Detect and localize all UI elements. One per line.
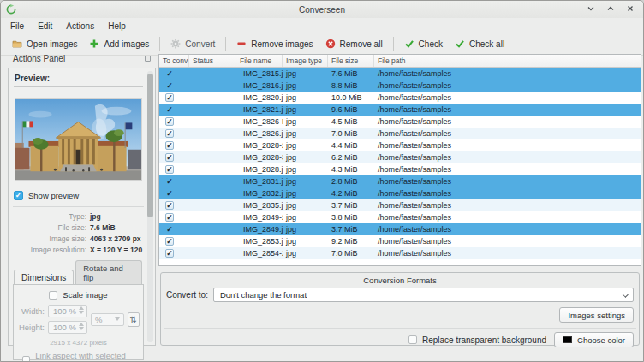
divider [13, 206, 144, 207]
cell-image-type: jpg [283, 213, 328, 222]
table-row[interactable]: ✓ IMG_2821.jpg jpg 9.6 MiB /home/faster/… [159, 104, 641, 116]
column-file-name[interactable]: File name [236, 55, 283, 67]
row-checkbox[interactable]: ✓ [165, 153, 174, 162]
height-stepper[interactable]: 100 % [48, 321, 87, 334]
check-label: Check [419, 39, 443, 49]
menu-help[interactable]: Help [102, 20, 132, 33]
table-row[interactable]: ✓ IMG_2832.jpg jpg 4.2 MiB /home/faster/… [159, 187, 641, 199]
column-file-path[interactable]: File path [374, 55, 641, 67]
row-checkbox[interactable]: ✓ [165, 129, 174, 138]
choose-color-button[interactable]: Choose color [554, 332, 634, 347]
row-checkbox[interactable]: ✓ [165, 237, 174, 246]
minimize-icon[interactable] [586, 3, 595, 13]
row-checkbox[interactable]: ✓ [165, 81, 174, 90]
cell-file-name: IMG_2832.jpg [236, 189, 283, 198]
row-checkbox[interactable]: ✓ [165, 69, 174, 78]
scrollbar-thumb[interactable] [147, 74, 153, 217]
open-images-button[interactable]: Open images [6, 36, 83, 51]
table-row[interactable]: ✓ IMG_2854-2.jpg jpg 7.0 MiB /home/faste… [159, 247, 641, 259]
file-table: To convert Status File name Image type F… [158, 54, 641, 266]
width-stepper[interactable]: 100 % [48, 305, 87, 317]
link-aspect-checkbox[interactable]: Link aspect with selected image [17, 351, 140, 362]
tab-rotate-and-flip[interactable]: Rotate and flip [75, 260, 142, 285]
column-to-convert[interactable]: To convert [159, 55, 189, 67]
unit-select[interactable]: % [91, 313, 124, 326]
cell-image-type: jpg [283, 237, 328, 246]
column-file-size[interactable]: File size [328, 55, 374, 67]
table-body: ✓ IMG_2815.jpg jpg 7.6 MiB /home/faster/… [159, 68, 641, 259]
dimensions-tab-content: Scale image Width: 100 % [13, 284, 144, 360]
table-row[interactable]: ✓ IMG_2815.jpg jpg 7.6 MiB /home/faster/… [159, 68, 641, 80]
show-preview-label: Show preview [28, 191, 79, 200]
row-checkbox[interactable]: ✓ [165, 141, 174, 150]
check-button[interactable]: Check [398, 36, 449, 51]
table-row[interactable]: ✓ IMG_2826.jpg jpg 7.0 MiB /home/faster/… [159, 128, 641, 139]
table-row[interactable]: ✓ IMG_2849-2.jpg jpg 3.8 MiB /home/faste… [159, 211, 641, 223]
table-row[interactable]: ✓ IMG_2853.jpg jpg 9.2 MiB /home/faster/… [159, 235, 641, 247]
table-row[interactable]: ✓ IMG_2828-3.jpg jpg 6.2 MiB /home/faste… [159, 151, 641, 163]
row-checkbox[interactable]: ✓ [165, 189, 174, 198]
table-row[interactable]: ✓ IMG_2835.jpg jpg 3.7 MiB /home/faster/… [159, 199, 641, 211]
maximize-icon[interactable] [605, 3, 615, 13]
cell-file-size: 3.8 MiB [328, 213, 374, 222]
tab-dimensions[interactable]: Dimensions [14, 270, 74, 285]
column-status[interactable]: Status [189, 55, 236, 67]
cell-image-type: jpg [283, 117, 328, 126]
checkbox-checked-icon: ✓ [14, 191, 23, 200]
cell-file-size: 3.7 MiB [328, 201, 374, 210]
show-preview-checkbox[interactable]: ✓ Show preview [14, 191, 143, 200]
row-checkbox[interactable]: ✓ [165, 177, 174, 186]
cell-file-size: 10.0 MiB [328, 93, 374, 102]
cell-image-type: jpg [283, 177, 328, 186]
check-all-button[interactable]: Check all [449, 36, 510, 51]
cell-image-type: jpg [283, 141, 328, 150]
dock-float-icon[interactable] [145, 56, 151, 62]
add-images-button[interactable]: Add images [83, 36, 155, 51]
row-checkbox[interactable]: ✓ [165, 117, 174, 126]
row-checkbox[interactable]: ✓ [165, 201, 174, 210]
remove-images-button[interactable]: Remove images [230, 36, 319, 51]
row-checkbox[interactable]: ✓ [165, 225, 174, 234]
cell-file-path: /home/faster/samples [374, 69, 641, 78]
cell-file-path: /home/faster/samples [374, 249, 641, 258]
table-row[interactable]: ✓ IMG_2816.jpg jpg 8.8 MiB /home/faster/… [159, 80, 641, 92]
menu-actions[interactable]: Actions [60, 20, 100, 33]
table-row[interactable]: ✓ IMG_2828-2.jpg jpg 4.4 MiB /home/faste… [159, 139, 641, 151]
menu-file[interactable]: File [4, 20, 30, 33]
table-row[interactable]: ✓ IMG_2826-Mo... jpg 4.5 MiB /home/faste… [159, 116, 641, 128]
remove-all-button[interactable]: Remove all [319, 36, 389, 51]
info-filesize-value: 7.6 MiB [90, 223, 144, 232]
cell-file-path: /home/faster/samples [374, 225, 641, 234]
row-checkbox[interactable]: ✓ [165, 93, 174, 102]
convert-button[interactable]: Convert [164, 36, 221, 51]
replace-background-checkbox[interactable]: Replace transparent background [408, 335, 546, 345]
swap-dimensions-button[interactable]: ⇅ [128, 312, 140, 327]
preview-image [15, 98, 142, 181]
table-row[interactable]: ✓ IMG_2828.jpg jpg 4.3 MiB /home/faster/… [159, 163, 641, 175]
table-row[interactable]: ✓ IMG_2820.jpg jpg 10.0 MiB /home/faster… [159, 92, 641, 104]
format-select[interactable]: Don't change the format [213, 288, 634, 302]
row-checkbox[interactable]: ✓ [165, 249, 174, 258]
scale-image-checkbox[interactable]: Scale image [17, 290, 140, 300]
row-checkbox[interactable]: ✓ [165, 165, 174, 174]
images-settings-button[interactable]: Images settings [559, 307, 634, 323]
row-checkbox[interactable]: ✓ [165, 213, 174, 222]
cell-file-name: IMG_2816.jpg [236, 81, 283, 90]
remove-images-label: Remove images [251, 39, 313, 49]
chevron-down-icon [115, 317, 120, 321]
cell-file-path: /home/faster/samples [374, 141, 641, 150]
toolbar-separator [225, 37, 226, 51]
table-row[interactable]: ✓ IMG_2849.jpg jpg 3.7 MiB /home/faster/… [159, 223, 641, 235]
width-value: 100 % [53, 306, 76, 316]
titlebar: Converseen [1, 1, 643, 18]
row-checkbox[interactable]: ✓ [165, 105, 174, 114]
link-aspect-label: Link aspect with selected image [35, 351, 140, 362]
convert-label: Convert [185, 39, 215, 49]
column-image-type[interactable]: Image type [283, 55, 328, 67]
menu-edit[interactable]: Edit [32, 20, 58, 33]
close-icon[interactable] [625, 3, 635, 13]
table-row[interactable]: ✓ IMG_2831.jpg jpg 2.8 MiB /home/faster/… [159, 175, 641, 187]
folder-open-icon [12, 39, 22, 49]
panel-scrollbar[interactable] [147, 71, 153, 342]
plus-icon [89, 39, 99, 49]
